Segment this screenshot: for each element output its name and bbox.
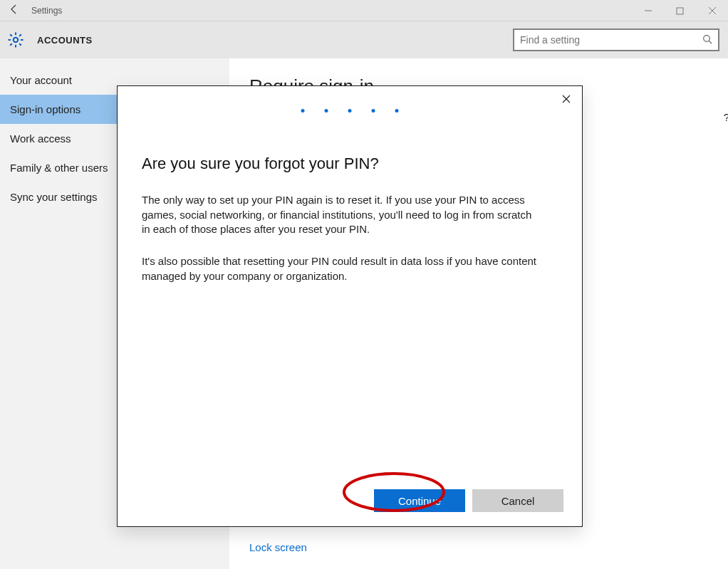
page-sub-fragment: ? xyxy=(724,111,728,123)
back-button[interactable] xyxy=(0,4,28,18)
header: ACCOUNTS xyxy=(0,21,728,58)
cancel-button[interactable]: Cancel xyxy=(472,489,563,512)
forgot-pin-dialog: Are you sure you forgot your PIN? The on… xyxy=(117,85,583,527)
svg-line-9 xyxy=(19,34,21,36)
window-title: Settings xyxy=(31,6,62,16)
dialog-footer: Continue Cancel xyxy=(374,489,563,512)
dialog-paragraph-2: It's also possible that resetting your P… xyxy=(142,254,541,283)
close-button[interactable] xyxy=(696,0,728,21)
continue-button[interactable]: Continue xyxy=(374,489,465,512)
dialog-header xyxy=(118,86,582,110)
search-box[interactable] xyxy=(513,28,719,51)
minimize-button[interactable] xyxy=(632,0,664,21)
lock-screen-link[interactable]: Lock screen xyxy=(249,541,307,553)
section-title: ACCOUNTS xyxy=(37,35,93,46)
gear-icon xyxy=(7,31,24,48)
svg-point-11 xyxy=(704,35,710,41)
svg-point-2 xyxy=(14,38,18,42)
dialog-body: Are you sure you forgot your PIN? The on… xyxy=(118,110,582,283)
maximize-button[interactable] xyxy=(664,0,696,21)
loading-dots xyxy=(301,109,399,113)
svg-line-7 xyxy=(10,34,12,36)
dialog-title: Are you sure you forgot your PIN? xyxy=(142,155,558,173)
window-controls xyxy=(632,0,728,21)
dialog-paragraph-1: The only way to set up your PIN again is… xyxy=(142,193,541,237)
svg-line-10 xyxy=(10,43,12,46)
svg-line-8 xyxy=(19,43,21,46)
search-icon xyxy=(702,34,712,46)
dialog-close-button[interactable] xyxy=(556,90,576,108)
svg-rect-1 xyxy=(677,8,683,14)
svg-line-12 xyxy=(709,41,712,43)
titlebar: Settings xyxy=(0,0,728,21)
search-input[interactable] xyxy=(520,34,702,46)
